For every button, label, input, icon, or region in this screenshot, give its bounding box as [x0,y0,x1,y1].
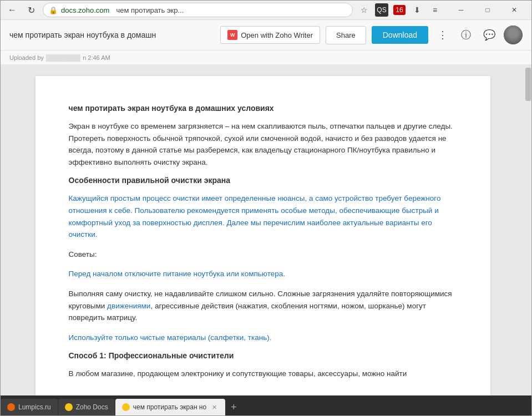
doc-paragraph-3: Советы: [69,248,457,261]
doc-paragraph-2: Кажущийся простым процесс очистки имеет … [69,192,457,240]
window-controls: ─ □ ✕ [448,1,527,20]
download-button[interactable]: Download [372,26,428,44]
share-button[interactable]: Share [326,26,366,44]
document-scroll[interactable]: чем протирать экран ноутбука в домашних … [1,65,525,395]
zoho-writer-icon: W [227,30,237,40]
section-heading-1: Особенности правильной очистки экрана [69,176,457,185]
close-button[interactable]: ✕ [501,1,527,20]
uploaded-by-label: Uploaded by [9,54,44,61]
title-bar: ← ↻ 🔒 docs.zoho.com чем протирать экр...… [1,1,531,20]
extension2-icon[interactable]: 16 [393,3,406,17]
app-toolbar: чем протирать экран ноутбука в домашн W … [1,20,531,50]
section-heading-2: Способ 1: Профессиональные очистители [69,351,457,360]
avatar[interactable] [504,26,523,44]
title-bar-icons: ☆ QS 16 ⬇ ≡ [357,3,442,17]
refresh-button[interactable]: ↻ [24,3,38,17]
comment-button[interactable]: 💬 [480,26,498,44]
tab-label-zoho-docs: Zoho Docs [76,403,108,411]
address-bar[interactable]: 🔒 docs.zoho.com чем протирать экр... [43,3,353,17]
document-page: чем протирать экран ноутбука в домашних … [36,76,490,395]
doc-title: чем протирать экран ноутбука в домашн [9,31,215,39]
more-options-button[interactable]: ⋮ [434,26,452,44]
doc-main-heading: чем протирать экран ноутбука в домашних … [69,104,457,113]
address-path: чем протирать экр... [116,6,184,14]
extension-icon[interactable]: QS [375,3,388,17]
info-button[interactable]: ⓘ [457,26,475,44]
browser-menu-icon[interactable]: ≡ [428,3,442,17]
doc-paragraph-1: Экран в ноутбуке со временем загрязняетс… [69,120,457,168]
address-site: docs.zoho.com [61,6,109,14]
scrollbar-thumb[interactable] [525,68,531,101]
tab-label-lumpics: Lumpics.ru [18,403,51,411]
tab-favicon-active [122,403,130,411]
doc-paragraph-6: Используйте только чистые материалы (сал… [69,332,457,344]
minimize-button[interactable]: ─ [448,1,474,20]
inline-link-1: движениями [107,302,150,310]
tab-close-button[interactable]: ✕ [210,403,219,412]
tab-favicon-lumpics [7,403,15,411]
back-button[interactable]: ← [5,3,19,17]
bookmark-icon[interactable]: ☆ [357,3,371,17]
browser-download-icon[interactable]: ⬇ [411,3,424,17]
scrollbar[interactable] [525,65,531,395]
document-area: чем протирать экран ноутбука в домашних … [1,65,531,395]
user-avatar-image [504,26,523,44]
upload-time: n 2:46 AM [83,54,110,61]
new-tab-button[interactable]: + [225,399,242,415]
maximize-button[interactable]: □ [475,1,500,20]
open-with-zoho-button[interactable]: W Open with Zoho Writer [220,26,320,44]
browser-window: ← ↻ 🔒 docs.zoho.com чем протирать экр...… [0,0,532,416]
doc-paragraph-7: В любом магазине, продающем электронику … [69,368,457,380]
doc-paragraph-4: Перед началом отключите питание ноутбука… [69,268,457,280]
tab-zoho-docs[interactable]: Zoho Docs [58,399,115,415]
tab-favicon-zoho-docs [65,403,73,411]
tab-lumpics[interactable]: Lumpics.ru [1,399,58,415]
doc-title-area: чем протирать экран ноутбука в домашн [9,31,215,39]
open-with-label: Open with Zoho Writer [241,31,313,39]
tab-active-doc[interactable]: чем протирать экран но ✕ [115,399,225,415]
tab-bar: Lumpics.ru Zoho Docs чем протирать экран… [1,395,531,415]
uploaded-by-bar: Uploaded by ████████ n 2:46 AM [1,50,531,65]
doc-paragraph-5: Выполняя саму очистку, не надавливайте с… [69,288,457,324]
tab-label-active: чем протирать экран но [133,403,206,411]
uploader-name: ████████ [46,54,80,61]
